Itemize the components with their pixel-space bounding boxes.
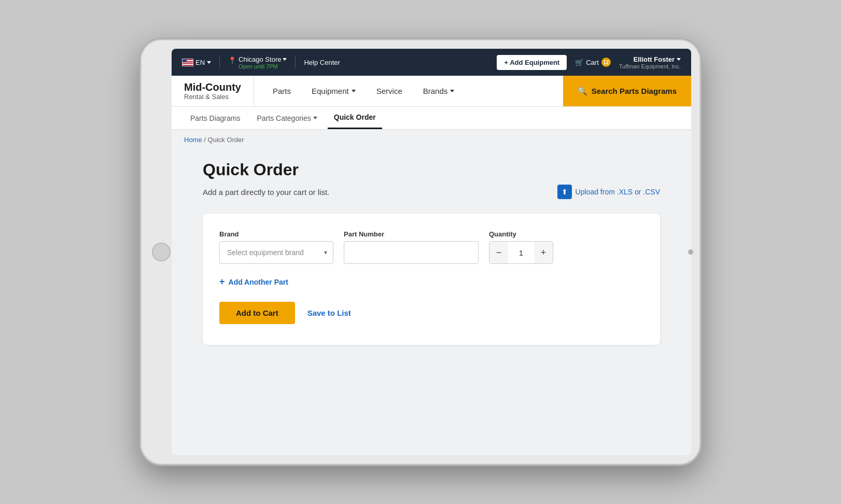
location-selector[interactable]: 📍 Chicago Store Open until 7PM	[228, 55, 287, 69]
subtitle-row: Add a part directly to your cart or list…	[203, 185, 660, 199]
brand-select[interactable]: Select equipment brand	[219, 241, 333, 264]
page-content: Quick Order Add a part directly to your …	[172, 150, 691, 455]
subnav-quick-order[interactable]: Quick Order	[328, 107, 382, 129]
nav-equipment[interactable]: Equipment	[301, 76, 366, 106]
location-hours: Open until 7PM	[239, 63, 287, 69]
top-bar-right: + Add Equipment 🛒 Cart 12 Elliott Foster…	[497, 55, 681, 70]
brand-sub: Rental & Sales	[184, 93, 241, 101]
quantity-increase-button[interactable]: +	[534, 241, 553, 264]
location-text: Chicago Store Open until 7PM	[239, 55, 287, 69]
top-bar: EN 📍 Chicago Store Open until 7PM Help C…	[172, 49, 691, 76]
brand-select-wrapper: Select equipment brand ▾	[219, 241, 333, 264]
main-nav: Mid-County Rental & Sales Parts Equipmen…	[172, 76, 691, 107]
page-subtitle: Add a part directly to your cart or list…	[203, 188, 329, 197]
upload-button[interactable]: ⬆ Upload from .XLS or .CSV	[557, 185, 660, 199]
part-number-input[interactable]	[344, 241, 479, 264]
cart-icon: 🛒	[575, 59, 583, 66]
user-company-label: Tuffman Equipment, Inc.	[619, 63, 681, 69]
add-equipment-button[interactable]: + Add Equipment	[497, 55, 567, 70]
add-to-cart-button[interactable]: Add to Cart	[219, 302, 295, 324]
part-number-field-group: Part Number	[344, 230, 479, 264]
language-chevron-icon	[207, 61, 211, 64]
tablet-home-button[interactable]	[152, 243, 171, 261]
order-card: Brand Select equipment brand ▾ Part Numb…	[203, 214, 660, 345]
location-chevron-icon	[283, 58, 287, 61]
action-row: Add to Cart Save to List	[219, 302, 643, 324]
quantity-control: − 1 +	[489, 241, 553, 264]
location-name: Chicago Store	[239, 55, 287, 63]
language-label: EN	[195, 59, 205, 66]
nav-links: Parts Equipment Service Brands	[254, 76, 563, 106]
breadcrumb-separator: /	[204, 136, 207, 144]
subnav-parts-diagrams[interactable]: Parts Diagrams	[184, 107, 246, 129]
subnav-parts-categories[interactable]: Parts Categories	[250, 107, 323, 129]
quantity-value: 1	[508, 248, 534, 257]
brand-name: Mid-County	[184, 81, 241, 93]
brand-label: Brand	[219, 230, 333, 238]
help-center-link[interactable]: Help Center	[304, 59, 340, 66]
screen: EN 📍 Chicago Store Open until 7PM Help C…	[172, 49, 691, 455]
nav-brands[interactable]: Brands	[413, 76, 465, 106]
user-name-label: Elliott Foster	[634, 55, 681, 63]
flag-icon	[182, 59, 193, 66]
breadcrumb-current: Quick Order	[208, 136, 244, 144]
user-chevron-icon	[677, 58, 681, 61]
quantity-decrease-button[interactable]: −	[489, 241, 508, 264]
tablet-frame: EN 📍 Chicago Store Open until 7PM Help C…	[141, 39, 700, 465]
upload-icon: ⬆	[557, 185, 572, 199]
sub-nav: Parts Diagrams Parts Categories Quick Or…	[172, 107, 691, 130]
form-row: Brand Select equipment brand ▾ Part Numb…	[219, 230, 643, 264]
user-menu-button[interactable]: Elliott Foster Tuffman Equipment, Inc.	[619, 55, 681, 69]
location-pin-icon: 📍	[228, 57, 236, 64]
page-title: Quick Order	[203, 160, 660, 179]
language-selector[interactable]: EN	[182, 59, 211, 66]
tablet-side-button	[688, 249, 693, 255]
cart-label: Cart	[586, 59, 599, 66]
cart-button[interactable]: 🛒 Cart 12	[575, 58, 611, 67]
quantity-field-group: Quantity − 1 +	[489, 230, 553, 264]
search-diagrams-button[interactable]: 🔍 Search Parts Diagrams	[563, 76, 691, 106]
divider	[219, 56, 220, 68]
brand-logo[interactable]: Mid-County Rental & Sales	[172, 76, 254, 106]
part-number-label: Part Number	[344, 230, 479, 238]
equipment-chevron-icon	[352, 90, 356, 92]
add-another-icon: +	[219, 276, 225, 287]
search-icon: 🔍	[578, 87, 587, 96]
divider2	[295, 56, 296, 68]
cart-count-badge: 12	[601, 58, 611, 67]
breadcrumb-home[interactable]: Home	[184, 136, 202, 144]
brand-field-group: Brand Select equipment brand ▾	[219, 230, 333, 264]
quantity-label: Quantity	[489, 230, 553, 238]
parts-categories-chevron-icon	[313, 117, 317, 119]
nav-parts[interactable]: Parts	[262, 76, 301, 106]
save-to-list-button[interactable]: Save to List	[307, 309, 351, 317]
add-another-part-button[interactable]: + Add Another Part	[219, 276, 288, 287]
breadcrumb: Home / Quick Order	[172, 130, 691, 150]
brands-chevron-icon	[450, 90, 454, 92]
nav-service[interactable]: Service	[366, 76, 413, 106]
